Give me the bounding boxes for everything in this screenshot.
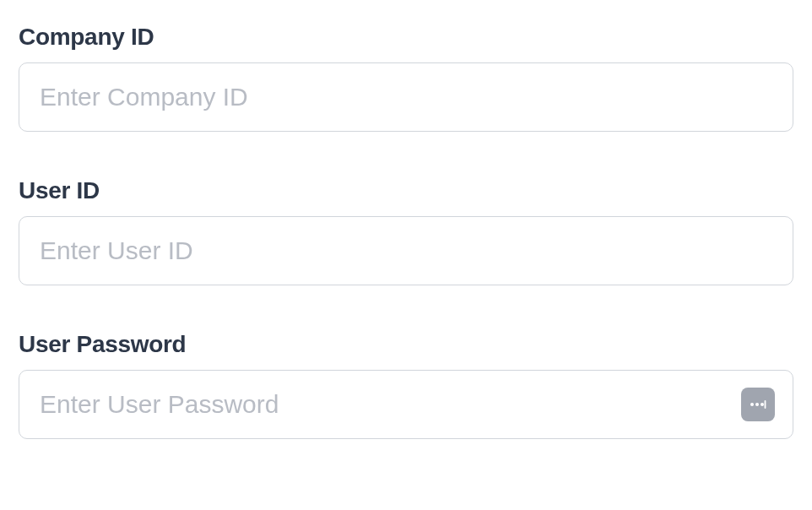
user-password-input[interactable] (19, 370, 793, 439)
user-password-label: User Password (19, 331, 793, 358)
user-password-group: User Password (19, 331, 793, 439)
show-password-button[interactable] (741, 388, 775, 421)
svg-point-0 (750, 403, 754, 406)
company-id-group: Company ID (19, 24, 793, 132)
company-id-input-wrapper (19, 62, 793, 132)
company-id-input[interactable] (19, 62, 793, 132)
svg-point-1 (755, 403, 759, 406)
user-id-input-wrapper (19, 216, 793, 285)
password-dots-icon (748, 394, 768, 415)
user-id-label: User ID (19, 177, 793, 204)
user-password-input-wrapper (19, 370, 793, 439)
user-id-input[interactable] (19, 216, 793, 285)
user-id-group: User ID (19, 177, 793, 285)
company-id-label: Company ID (19, 24, 793, 51)
svg-point-2 (761, 403, 764, 406)
